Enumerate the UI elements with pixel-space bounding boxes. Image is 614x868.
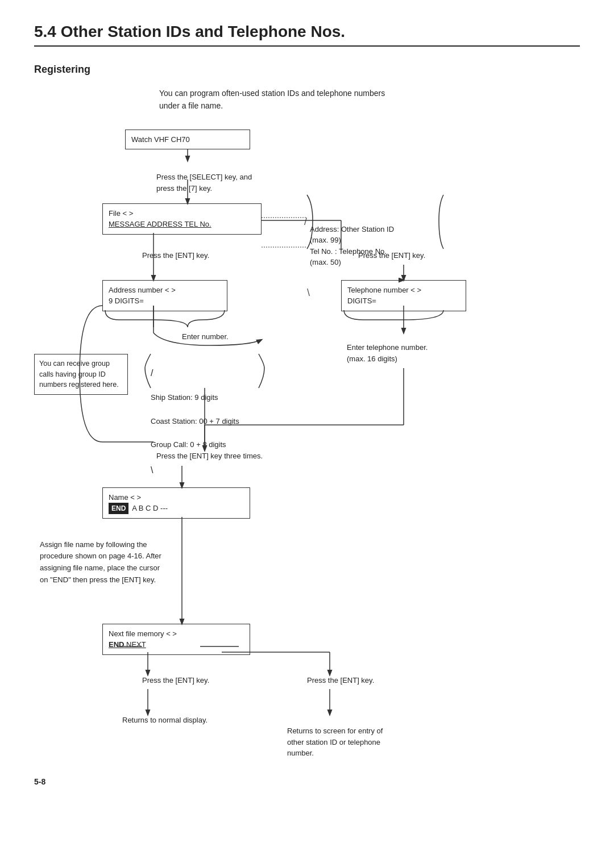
- intro-text: You can program often-used station IDs a…: [159, 87, 398, 112]
- flow-arrows: [34, 130, 580, 754]
- flowchart: Watch VHF CH70 File < > MESSAGE ADDRESS …: [34, 130, 580, 754]
- page-number: 5-8: [34, 777, 580, 786]
- section-title: Registering: [34, 64, 580, 76]
- page-title: 5.4 Other Station IDs and Telephone Nos.: [34, 23, 580, 47]
